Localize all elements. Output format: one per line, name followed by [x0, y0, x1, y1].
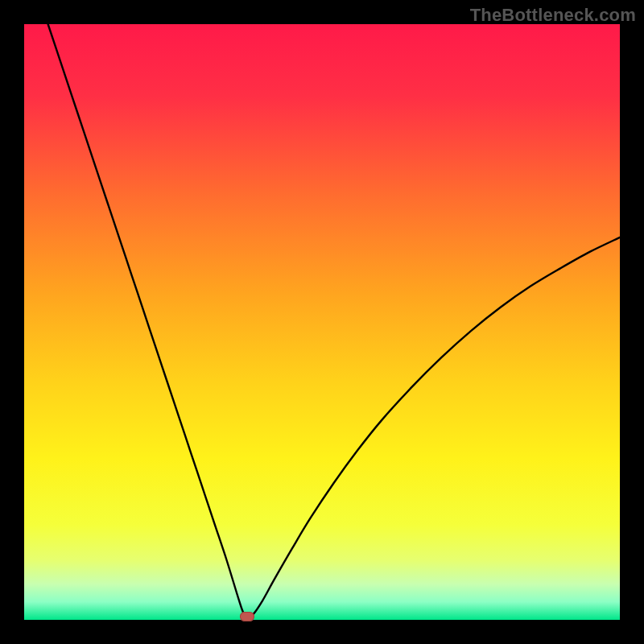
plot-area — [24, 24, 620, 620]
bottleneck-curve — [48, 24, 620, 617]
optimum-marker-icon — [240, 612, 254, 621]
chart-frame: TheBottleneck.com — [0, 0, 644, 644]
curve-svg — [24, 24, 620, 620]
attribution-text: TheBottleneck.com — [470, 5, 636, 26]
